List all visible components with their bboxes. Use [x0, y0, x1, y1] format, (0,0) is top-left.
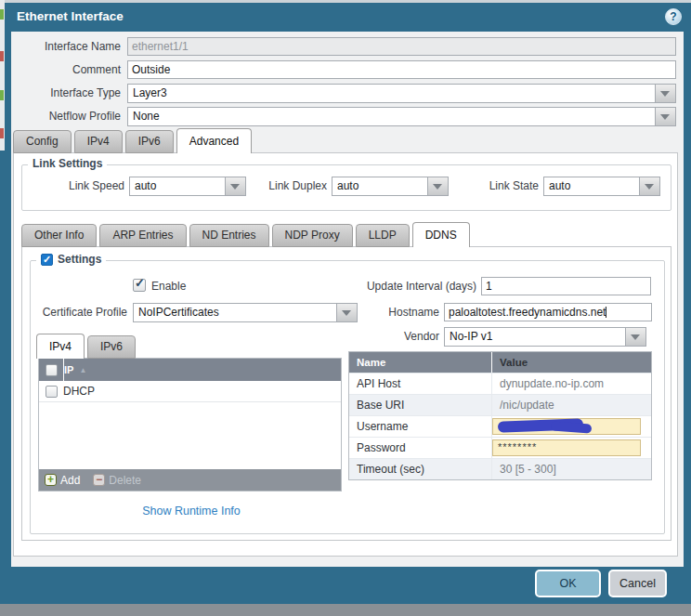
- row-name: Password: [349, 438, 492, 458]
- vendor-select[interactable]: No-IP v1: [444, 327, 646, 347]
- password-input[interactable]: ********: [492, 439, 641, 456]
- comment-label: Comment: [11, 60, 121, 79]
- tab-ipv4[interactable]: IPv4: [74, 130, 123, 153]
- tab-nd-entries[interactable]: ND Entries: [189, 224, 269, 247]
- interface-name-field: ethernet1/1: [127, 37, 676, 56]
- enable-label: Enable: [151, 277, 207, 295]
- table-row-username: Username: [349, 415, 651, 437]
- dialog-footer: OK Cancel: [535, 570, 667, 597]
- netflow-profile-value: None: [133, 108, 655, 125]
- status-dash-red: [0, 51, 4, 61]
- value-column-header: Value: [492, 352, 651, 373]
- row-value: dynupdate.no-ip.com: [492, 374, 651, 394]
- add-button[interactable]: + Add: [45, 474, 80, 487]
- chevron-down-icon[interactable]: [655, 85, 675, 102]
- tab-lldp[interactable]: LLDP: [356, 224, 410, 247]
- chevron-down-icon[interactable]: [639, 177, 659, 195]
- username-input[interactable]: [492, 418, 641, 435]
- interface-type-value: Layer3: [133, 85, 655, 102]
- row-checkbox[interactable]: [46, 386, 58, 398]
- enable-checkbox[interactable]: ✓: [133, 279, 146, 292]
- table-row-timeout: Timeout (sec) 30 [5 - 300]: [349, 458, 651, 479]
- tab-ipv6-list[interactable]: IPv6: [87, 335, 136, 359]
- vendor-label: Vendor: [343, 327, 439, 346]
- row-value: [492, 416, 651, 437]
- name-column-header: Name: [349, 352, 492, 373]
- advanced-sub-tabs: Other Info ARP Entries ND Entries NDP Pr…: [21, 222, 470, 247]
- link-duplex-select[interactable]: auto: [332, 177, 449, 196]
- certificate-profile-label: Certificate Profile: [31, 303, 127, 321]
- tab-ipv4-list[interactable]: IPv4: [36, 334, 85, 359]
- row-name: API Host: [349, 374, 492, 394]
- tab-advanced[interactable]: Advanced: [176, 128, 252, 153]
- status-dash-green: [0, 90, 4, 100]
- link-state-value: auto: [549, 177, 639, 195]
- tab-ddns[interactable]: DDNS: [412, 222, 470, 247]
- ip-version-tabs: IPv4 IPv6: [36, 334, 136, 359]
- ip-list-row-dhcp[interactable]: DHCP: [39, 381, 341, 402]
- ethernet-interface-dialog: Ethernet Interface ? Interface Name ethe…: [5, 3, 691, 604]
- certificate-profile-value: NoIPCertificates: [138, 304, 336, 321]
- tab-other-info[interactable]: Other Info: [21, 224, 97, 247]
- tab-ndp-proxy[interactable]: NDP Proxy: [272, 224, 353, 247]
- text-cursor: [606, 307, 606, 318]
- vendor-value: No-IP v1: [450, 328, 625, 346]
- netflow-profile-select[interactable]: None: [127, 107, 676, 126]
- settings-legend-text: Settings: [58, 253, 101, 266]
- help-icon[interactable]: ?: [665, 8, 682, 25]
- delete-button[interactable]: − Delete: [93, 474, 141, 487]
- hostname-field[interactable]: paloaltotest.freedynamicdns.net: [444, 303, 652, 321]
- interface-type-select[interactable]: Layer3: [127, 84, 676, 103]
- row-name: Base URI: [349, 395, 492, 415]
- ok-button[interactable]: OK: [535, 570, 601, 597]
- ip-list-header: IP ▲: [39, 359, 341, 381]
- chevron-down-icon[interactable]: [625, 328, 645, 346]
- comment-field[interactable]: Outside: [127, 60, 676, 79]
- select-all-cell: [39, 359, 64, 381]
- ip-row-value: DHCP: [63, 385, 95, 398]
- row-value: /nic/update: [492, 395, 651, 415]
- hostname-label: Hostname: [343, 303, 439, 321]
- plus-icon: +: [45, 474, 57, 486]
- minus-icon: −: [93, 474, 105, 486]
- ddns-settings-group: ✓ Settings ✓ Enable Update Interval (day…: [30, 260, 665, 534]
- table-row-base-uri: Base URI /nic/update: [349, 394, 651, 415]
- row-value: ********: [492, 438, 651, 458]
- row-name: Timeout (sec): [349, 459, 492, 479]
- settings-checkbox[interactable]: ✓: [41, 254, 53, 266]
- interface-name-label: Interface Name: [11, 37, 121, 56]
- netflow-profile-label: Netflow Profile: [11, 107, 121, 125]
- select-all-checkbox[interactable]: [46, 364, 58, 376]
- tab-config[interactable]: Config: [13, 130, 72, 153]
- update-interval-field[interactable]: 1: [481, 277, 651, 295]
- status-dash-green: [0, 9, 4, 20]
- username-redaction-scribble: [551, 421, 593, 433]
- tab-arp-entries[interactable]: ARP Entries: [99, 224, 186, 247]
- cancel-button[interactable]: Cancel: [608, 570, 667, 597]
- hostname-value: paloaltotest.freedynamicdns.net: [449, 306, 606, 319]
- ip-column-header[interactable]: IP: [64, 364, 73, 375]
- dialog-titlebar: Ethernet Interface ?: [5, 3, 691, 32]
- certificate-profile-select[interactable]: NoIPCertificates: [133, 303, 358, 322]
- update-interval-label: Update Interval (days): [309, 277, 476, 295]
- interface-type-label: Interface Type: [11, 84, 121, 102]
- table-row-api-host: API Host dynupdate.no-ip.com: [349, 373, 651, 394]
- link-speed-value: auto: [135, 177, 225, 195]
- link-settings-legend: Link Settings: [28, 157, 107, 170]
- chevron-down-icon[interactable]: [655, 108, 675, 125]
- add-button-label: Add: [60, 474, 80, 487]
- dialog-body: Interface Name ethernet1/1 Comment Outsi…: [11, 32, 684, 567]
- tab-ipv6[interactable]: IPv6: [125, 130, 174, 153]
- row-name: Username: [349, 416, 492, 437]
- link-settings-group: Link Settings Link Speed auto Link Duple…: [21, 164, 671, 211]
- main-tabs: Config IPv4 IPv6 Advanced: [13, 128, 252, 153]
- background-page-sliver-bottom: [0, 604, 691, 616]
- show-runtime-info-link[interactable]: Show Runtime Info: [38, 505, 345, 518]
- link-duplex-value: auto: [337, 177, 427, 195]
- check-icon: ✓: [43, 254, 51, 266]
- dialog-title: Ethernet Interface: [17, 3, 124, 31]
- sort-ascending-icon: ▲: [79, 366, 86, 374]
- link-state-select[interactable]: auto: [543, 177, 660, 196]
- ip-list-toolbar: + Add − Delete: [39, 469, 341, 491]
- link-duplex-label: Link Duplex: [225, 177, 327, 195]
